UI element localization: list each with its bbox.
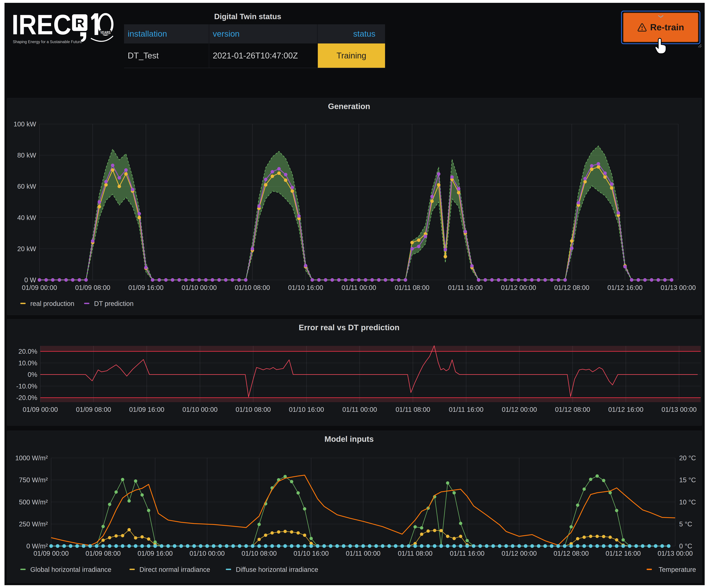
- svg-text:01/12 08:00: 01/12 08:00: [553, 550, 589, 557]
- svg-text:01/12 00:00: 01/12 00:00: [501, 284, 536, 291]
- svg-text:20.0%: 20.0%: [19, 348, 37, 355]
- svg-text:20 °C: 20 °C: [679, 454, 696, 462]
- svg-text:15 °C: 15 °C: [679, 476, 696, 484]
- svg-text:20 kW: 20 kW: [17, 245, 36, 252]
- svg-text:500 W/m²: 500 W/m²: [19, 498, 48, 506]
- svg-text:100 kW: 100 kW: [14, 120, 36, 128]
- svg-text:01/10 08:00: 01/10 08:00: [236, 406, 271, 413]
- svg-text:01/11 16:00: 01/11 16:00: [449, 406, 483, 413]
- svg-text:01/10 00:00: 01/10 00:00: [190, 550, 225, 557]
- svg-text:Diffuse horizontal irradiance: Diffuse horizontal irradiance: [236, 566, 318, 573]
- svg-text:01/12 00:00: 01/12 00:00: [502, 550, 537, 557]
- svg-text:01/10 16:00: 01/10 16:00: [293, 550, 329, 557]
- svg-text:01/10 16:00: 01/10 16:00: [289, 406, 324, 413]
- svg-text:01/10 00:00: 01/10 00:00: [182, 406, 217, 413]
- svg-text:Temperature: Temperature: [659, 566, 696, 573]
- svg-text:YEARS: YEARS: [100, 30, 110, 35]
- svg-text:01/09 16:00: 01/09 16:00: [137, 550, 173, 557]
- svg-text:01/11 08:00: 01/11 08:00: [396, 406, 430, 413]
- svg-text:01/12 16:00: 01/12 16:00: [608, 406, 644, 413]
- svg-text:1000 W/m²: 1000 W/m²: [15, 454, 48, 462]
- svg-text:01/10 08:00: 01/10 08:00: [241, 550, 277, 557]
- svg-text:01/09 16:00: 01/09 16:00: [129, 406, 164, 413]
- svg-text:Global horizontal irradiance: Global horizontal irradiance: [30, 566, 111, 573]
- svg-text:01/11 16:00: 01/11 16:00: [448, 284, 482, 291]
- svg-text:250 W/m²: 250 W/m²: [19, 520, 48, 528]
- svg-text:01/12 00:00: 01/12 00:00: [502, 406, 537, 413]
- svg-text:01/11 00:00: 01/11 00:00: [342, 406, 377, 413]
- svg-text:01/11 08:00: 01/11 08:00: [395, 284, 429, 291]
- svg-text:750 W/m²: 750 W/m²: [19, 476, 48, 484]
- svg-text:10.0%: 10.0%: [19, 359, 37, 367]
- svg-text:0 °C: 0 °C: [679, 542, 692, 550]
- svg-text:01/09 08:00: 01/09 08:00: [76, 406, 111, 413]
- svg-text:real production: real production: [30, 300, 74, 307]
- svg-text:0%: 0%: [28, 371, 37, 378]
- svg-text:60 kW: 60 kW: [17, 183, 36, 190]
- svg-text:DT prediction: DT prediction: [94, 300, 133, 307]
- svg-text:01/09 00:00: 01/09 00:00: [33, 550, 69, 557]
- svg-text:Direct normal irradiance: Direct normal irradiance: [139, 566, 210, 573]
- svg-text:80 kW: 80 kW: [17, 152, 36, 159]
- svg-text:01/09 16:00: 01/09 16:00: [128, 284, 163, 291]
- svg-text:IREC: IREC: [12, 10, 71, 40]
- svg-text:01/13 00:00: 01/13 00:00: [658, 550, 693, 557]
- svg-text:01/10 08:00: 01/10 08:00: [235, 284, 270, 291]
- svg-text:01/11 00:00: 01/11 00:00: [341, 284, 376, 291]
- svg-text:5 °C: 5 °C: [679, 520, 692, 528]
- svg-text:Shaping Energy for a Sustainab: Shaping Energy for a Sustainable Future: [13, 40, 82, 44]
- svg-text:01/12 08:00: 01/12 08:00: [555, 406, 590, 413]
- svg-text:0 W/m²: 0 W/m²: [26, 542, 48, 550]
- svg-text:01/10 16:00: 01/10 16:00: [288, 284, 323, 291]
- svg-text:R: R: [75, 16, 84, 30]
- svg-text:01/09 08:00: 01/09 08:00: [85, 550, 121, 557]
- svg-text:01/12 16:00: 01/12 16:00: [606, 550, 641, 557]
- svg-text:0 W: 0 W: [24, 276, 36, 284]
- svg-text:01/12 16:00: 01/12 16:00: [607, 284, 642, 291]
- svg-text:01/12 08:00: 01/12 08:00: [554, 284, 589, 291]
- svg-text:01/13 00:00: 01/13 00:00: [661, 284, 696, 291]
- svg-text:01/13 00:00: 01/13 00:00: [661, 406, 697, 413]
- svg-text:10 °C: 10 °C: [679, 498, 696, 506]
- svg-text:40 kW: 40 kW: [17, 214, 36, 221]
- svg-text:01/10 00:00: 01/10 00:00: [182, 284, 217, 291]
- svg-text:01/11 16:00: 01/11 16:00: [450, 550, 484, 557]
- svg-text:-10.0%: -10.0%: [16, 383, 37, 390]
- svg-text:-20.0%: -20.0%: [16, 394, 37, 401]
- svg-text:01/11 00:00: 01/11 00:00: [346, 550, 380, 557]
- svg-text:01/11 08:00: 01/11 08:00: [398, 550, 432, 557]
- svg-text:01/09 08:00: 01/09 08:00: [75, 284, 110, 291]
- svg-text:01/09 00:00: 01/09 00:00: [23, 406, 58, 413]
- svg-text:01/09 00:00: 01/09 00:00: [22, 284, 57, 291]
